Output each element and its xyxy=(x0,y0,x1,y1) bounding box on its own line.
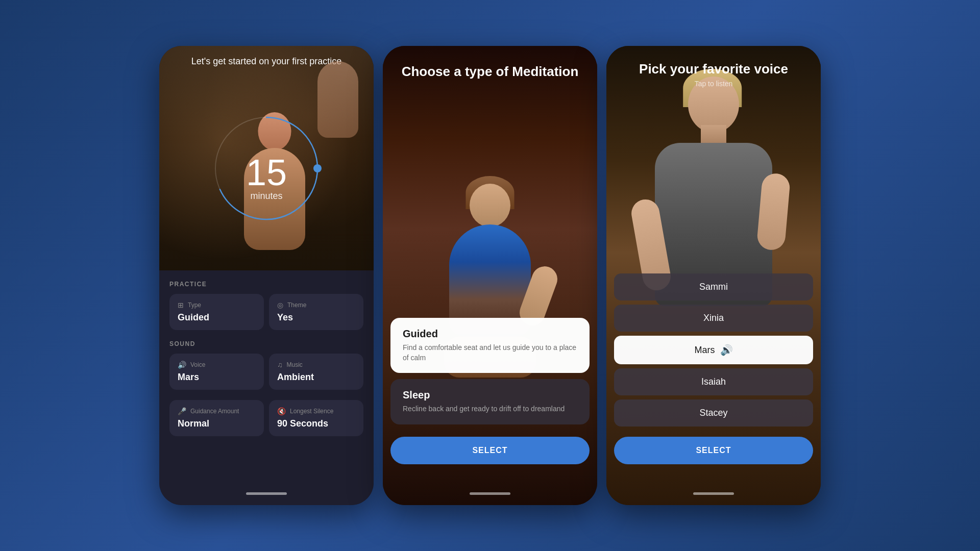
voice-name-mars: Mars xyxy=(695,345,715,356)
screen2-title-text: Choose a type of Meditation xyxy=(402,64,579,79)
voice-item-isaiah[interactable]: Isaiah xyxy=(614,368,813,395)
practice-hero-image: Let's get started on your first practice xyxy=(159,46,374,281)
scroll-indicator-3 xyxy=(693,492,734,495)
screen3-title-text: Pick your favorite voice xyxy=(606,61,821,77)
grid-icon: ⊞ xyxy=(178,301,184,309)
screen2-title: Choose a type of Meditation xyxy=(383,64,597,80)
silence-header: 🔇 Longest Silence xyxy=(277,407,355,415)
practice-settings: PRACTICE ⊞ Type Guided ◎ Theme xyxy=(159,270,374,505)
sleep-description: Recline back and get ready to drift off … xyxy=(403,404,577,414)
voice-item-xinia[interactable]: Xinia xyxy=(614,305,813,332)
music-value: Ambient xyxy=(277,372,355,383)
music-header: ♫ Music xyxy=(277,361,355,369)
practice-grid: ⊞ Type Guided ◎ Theme Yes xyxy=(169,294,363,330)
voice-name-sammi: Sammi xyxy=(699,282,728,292)
type-label: Type xyxy=(188,302,201,309)
silence-card[interactable]: 🔇 Longest Silence 90 Seconds xyxy=(269,400,363,436)
voice-neck xyxy=(701,125,726,145)
circle-icon: ◎ xyxy=(277,301,283,309)
silence-label: Longest Silence xyxy=(290,408,333,415)
screen3-subtitle-text: Tap to listen xyxy=(606,80,821,88)
screens-container: Let's get started on your first practice xyxy=(159,46,821,505)
theme-label: Theme xyxy=(287,302,306,309)
voice-value: Mars xyxy=(178,372,256,383)
voice-item-sammi[interactable]: Sammi xyxy=(614,273,813,300)
mute-icon: 🔇 xyxy=(277,407,286,415)
guidance-header: 🎤 Guidance Amount xyxy=(178,407,256,415)
speaker-small-icon: 🔊 xyxy=(178,361,186,369)
voice-name-stacey: Stacey xyxy=(699,408,727,418)
theme-card[interactable]: ◎ Theme Yes xyxy=(269,294,363,330)
timer-display: 15 minutes xyxy=(246,154,287,202)
guidance-label: Guidance Amount xyxy=(190,408,239,415)
sleep-title: Sleep xyxy=(403,389,577,401)
voice-header: 🔊 Voice xyxy=(178,361,256,369)
screen3-header: Pick your favorite voice Tap to listen xyxy=(606,61,821,88)
guided-description: Find a comfortable seat and let us guide… xyxy=(403,343,577,363)
guided-option[interactable]: Guided Find a comfortable seat and let u… xyxy=(390,318,590,373)
med-head xyxy=(470,184,510,227)
guidance-card[interactable]: 🎤 Guidance Amount Normal xyxy=(169,400,264,436)
svg-point-2 xyxy=(313,164,322,172)
theme-header: ◎ Theme xyxy=(277,301,355,309)
sound-section-label: SOUND xyxy=(169,340,363,347)
voice-label: Voice xyxy=(190,361,205,368)
playing-icon: 🔊 xyxy=(720,344,733,356)
mic-icon: 🎤 xyxy=(178,407,186,415)
screen2-select-button[interactable]: SELECT xyxy=(390,437,590,464)
voice-card[interactable]: 🔊 Voice Mars xyxy=(169,354,264,390)
type-card[interactable]: ⊞ Type Guided xyxy=(169,294,264,330)
music-card[interactable]: ♫ Music Ambient xyxy=(269,354,363,390)
voice-item-stacey[interactable]: Stacey xyxy=(614,399,813,427)
practice-section-label: PRACTICE xyxy=(169,281,363,288)
screen1-practice: Let's get started on your first practice xyxy=(159,46,374,505)
timer-label: minutes xyxy=(246,191,287,202)
screen3-select-button[interactable]: SELECT xyxy=(614,437,813,464)
screen2-meditation: Choose a type of Meditation Guided Find … xyxy=(383,46,597,505)
silence-value: 90 Seconds xyxy=(277,418,355,429)
scroll-indicator-2 xyxy=(470,492,510,495)
guidance-value: Normal xyxy=(178,418,256,429)
music-label: Music xyxy=(287,361,303,368)
theme-value: Yes xyxy=(277,312,355,323)
voice-item-mars[interactable]: Mars 🔊 xyxy=(614,336,813,364)
screen1-title: Let's get started on your first practice xyxy=(191,56,342,66)
scroll-indicator-1 xyxy=(246,492,287,495)
voice-name-xinia: Xinia xyxy=(703,313,724,323)
voice-list: Sammi Xinia Mars 🔊 Isaiah Stacey xyxy=(614,273,813,464)
music-note-icon: ♫ xyxy=(277,361,283,369)
type-header: ⊞ Type xyxy=(178,301,256,309)
meditation-options: Guided Find a comfortable seat and let u… xyxy=(390,318,590,464)
voice-name-isaiah: Isaiah xyxy=(701,377,726,387)
guided-title: Guided xyxy=(403,328,577,340)
screen3-voice: Pick your favorite voice Tap to listen S… xyxy=(606,46,821,505)
advanced-grid: 🎤 Guidance Amount Normal 🔇 Longest Silen… xyxy=(169,400,363,436)
type-value: Guided xyxy=(178,312,256,323)
sound-grid: 🔊 Voice Mars ♫ Music Ambient xyxy=(169,354,363,390)
sleep-option[interactable]: Sleep Recline back and get ready to drif… xyxy=(390,379,590,424)
timer-number: 15 xyxy=(246,154,287,191)
